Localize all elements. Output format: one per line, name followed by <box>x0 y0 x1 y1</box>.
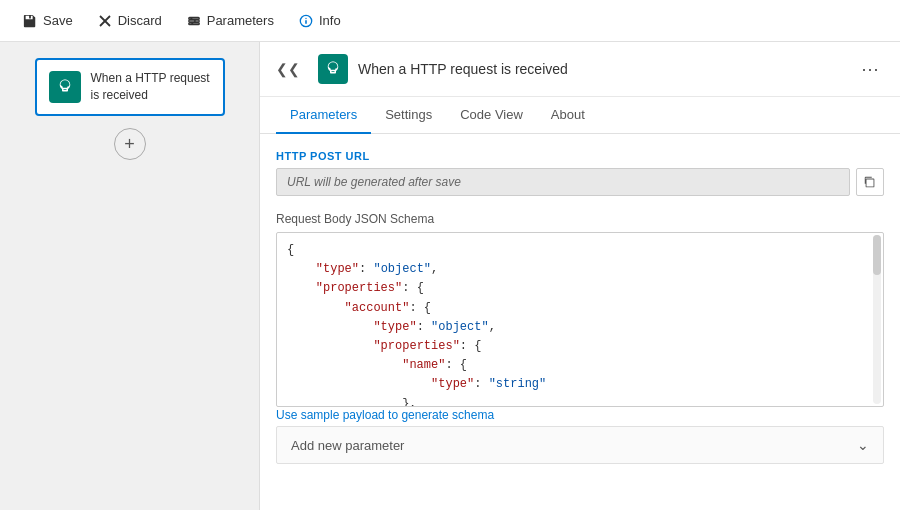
plus-icon: + <box>124 135 135 153</box>
discard-button[interactable]: Discard <box>87 9 172 33</box>
info-label: Info <box>319 13 341 28</box>
right-panel: ❮❮ When a HTTP request is received ⋯ Par… <box>260 42 900 510</box>
code-content: { "type": "object", "properties": { "acc… <box>287 241 873 407</box>
tab-about[interactable]: About <box>537 97 599 134</box>
url-field: URL will be generated after save <box>276 168 884 196</box>
svg-rect-2 <box>188 17 199 19</box>
svg-rect-4 <box>188 22 199 24</box>
save-button[interactable]: Save <box>12 9 83 33</box>
schema-label: Request Body JSON Schema <box>276 212 884 226</box>
url-input: URL will be generated after save <box>276 168 850 196</box>
node-icon <box>49 71 81 103</box>
panel-header: ❮❮ When a HTTP request is received ⋯ <box>260 42 900 97</box>
panel-header-icon <box>318 54 348 84</box>
expand-icon[interactable]: ❮❮ <box>276 61 300 77</box>
svg-point-5 <box>190 17 192 19</box>
main-layout: When a HTTP request is received + ❮❮ Whe… <box>0 42 900 510</box>
copy-url-button[interactable] <box>856 168 884 196</box>
tab-parameters[interactable]: Parameters <box>276 97 371 134</box>
add-parameter-bar[interactable]: Add new parameter ⌄ <box>276 426 884 464</box>
http-post-url-label: HTTP POST URL <box>276 150 884 162</box>
code-scrollbar-thumb <box>873 235 881 275</box>
svg-point-6 <box>194 19 196 21</box>
discard-icon <box>97 13 113 29</box>
panel-body: HTTP POST URL URL will be generated afte… <box>260 134 900 510</box>
parameters-button[interactable]: Parameters <box>176 9 284 33</box>
more-options-button[interactable]: ⋯ <box>857 58 884 80</box>
parameters-icon <box>186 13 202 29</box>
panel-title: When a HTTP request is received <box>358 61 847 77</box>
parameters-label: Parameters <box>207 13 274 28</box>
discard-label: Discard <box>118 13 162 28</box>
tab-settings[interactable]: Settings <box>371 97 446 134</box>
sample-payload-link[interactable]: Use sample payload to generate schema <box>276 408 494 422</box>
chevron-down-icon: ⌄ <box>857 437 869 453</box>
tabs-bar: Parameters Settings Code View About <box>260 97 900 134</box>
add-parameter-label: Add new parameter <box>291 438 404 453</box>
sidebar: When a HTTP request is received + <box>0 42 260 510</box>
info-icon <box>298 13 314 29</box>
save-label: Save <box>43 13 73 28</box>
code-editor[interactable]: { "type": "object", "properties": { "acc… <box>276 232 884 407</box>
add-node-button[interactable]: + <box>114 128 146 160</box>
save-icon <box>22 13 38 29</box>
svg-point-7 <box>191 22 193 24</box>
svg-point-10 <box>305 17 306 18</box>
node-card[interactable]: When a HTTP request is received <box>35 58 225 116</box>
code-scrollbar[interactable] <box>873 235 881 404</box>
toolbar: Save Discard Parameters <box>0 0 900 42</box>
node-label: When a HTTP request is received <box>91 70 211 104</box>
info-button[interactable]: Info <box>288 9 351 33</box>
tab-codeview[interactable]: Code View <box>446 97 537 134</box>
